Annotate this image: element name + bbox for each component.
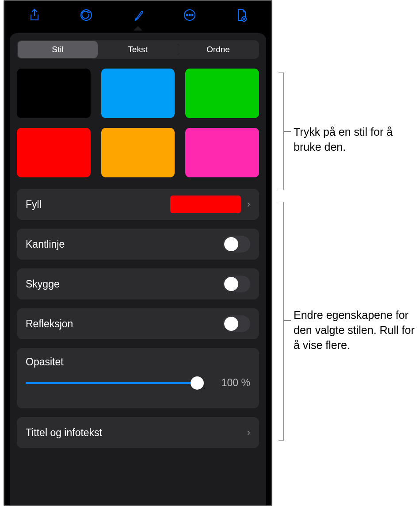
opacity-row: Opasitet 100 % <box>17 348 259 408</box>
reflection-switch[interactable] <box>223 315 250 332</box>
border-label: Kantlinje <box>26 238 223 250</box>
undo-icon[interactable] <box>79 8 94 23</box>
callout-text: Trykk på en stil for å bruke den. <box>294 125 417 155</box>
svg-point-3 <box>189 15 190 16</box>
document-icon[interactable] <box>234 8 249 23</box>
callout-bracket <box>279 202 284 441</box>
callout-bracket <box>279 73 284 190</box>
style-preset[interactable] <box>101 69 175 118</box>
title-caption-label: Tittel og infotekst <box>26 427 247 439</box>
reflection-label: Refleksjon <box>26 318 223 330</box>
brush-icon[interactable] <box>130 8 145 23</box>
chevron-right-icon: › <box>247 199 250 210</box>
fill-row[interactable]: Fyll › <box>17 189 259 220</box>
toolbar <box>4 1 271 29</box>
border-row[interactable]: Kantlinje <box>17 229 259 260</box>
fill-color-swatch <box>170 196 241 213</box>
title-caption-row[interactable]: Tittel og infotekst › <box>17 417 259 448</box>
style-preset[interactable] <box>17 69 91 118</box>
opacity-slider[interactable] <box>26 382 202 384</box>
border-switch[interactable] <box>223 236 250 253</box>
shadow-label: Skygge <box>26 278 223 290</box>
reflection-row[interactable]: Refleksjon <box>17 308 259 339</box>
callout-text: Endre egenskapene for den valgte stilen.… <box>294 308 420 353</box>
more-icon[interactable] <box>182 8 197 23</box>
shadow-row[interactable]: Skygge <box>17 268 259 299</box>
style-preset[interactable] <box>185 69 259 118</box>
style-preset[interactable] <box>17 128 91 177</box>
style-presets <box>17 69 259 177</box>
svg-point-7 <box>243 18 245 20</box>
tab-style[interactable]: Stil <box>18 41 98 58</box>
opacity-value: 100 % <box>210 377 250 389</box>
opacity-label: Opasitet <box>26 356 250 368</box>
tab-arrange[interactable]: Ordne <box>178 41 258 58</box>
svg-point-4 <box>191 15 193 16</box>
svg-point-2 <box>186 15 187 16</box>
style-preset[interactable] <box>185 128 259 177</box>
chevron-right-icon: › <box>247 427 250 438</box>
shadow-switch[interactable] <box>223 276 250 292</box>
fill-label: Fyll <box>26 199 170 211</box>
tab-control: Stil Tekst Ordne <box>17 40 259 59</box>
tab-text[interactable]: Tekst <box>98 41 178 58</box>
share-icon[interactable] <box>27 8 42 23</box>
style-preset[interactable] <box>101 128 175 177</box>
format-popover: Stil Tekst Ordne Fyll › Kantlinje Skygge <box>10 33 266 505</box>
device-frame: Stil Tekst Ordne Fyll › Kantlinje Skygge <box>4 0 272 506</box>
